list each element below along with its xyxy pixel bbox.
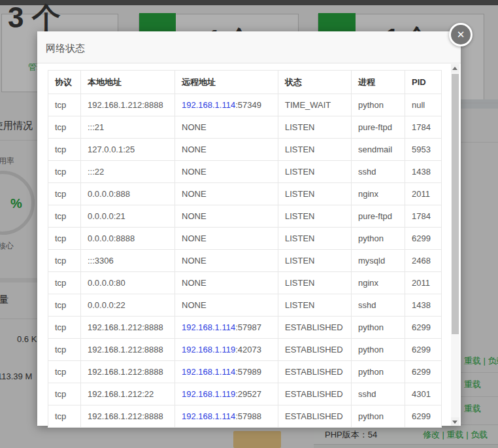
close-button[interactable]: ✕ (449, 23, 473, 46)
scroll-down-button[interactable] (451, 417, 459, 426)
modal-scrollbar[interactable] (451, 64, 459, 426)
table-row: tcp127.0.0.1:25NONELISTENsendmail5953 (48, 139, 442, 161)
scroll-up-button[interactable] (451, 64, 459, 73)
cell-state: LISTEN (278, 139, 352, 161)
table-row: tcp192.168.1.212:8888192.168.1.114:57987… (48, 317, 442, 339)
cell-local-address: 192.168.1.212:8888 (81, 94, 175, 116)
cell-pid: 2011 (405, 183, 442, 205)
column-header-4: 进程 (352, 71, 405, 94)
cell-remote-address: 192.168.1.114:57987 (175, 317, 278, 339)
remote-port: :57349 (235, 100, 261, 110)
cell-state: LISTEN (278, 183, 352, 205)
cell-pid: 1784 (405, 116, 442, 139)
cell-state: ESTABLISHED (278, 361, 352, 383)
cell-protocol: tcp (48, 94, 81, 116)
cell-remote-address: NONE (175, 250, 278, 272)
cell-remote-address: NONE (175, 183, 278, 205)
cell-process: python (352, 405, 405, 428)
table-row: tcp:::21NONELISTENpure-ftpd1784 (48, 116, 442, 139)
remote-ip-link[interactable]: 192.168.1.114 (182, 100, 235, 110)
cell-state: LISTEN (278, 272, 352, 294)
cell-protocol: tcp (48, 161, 81, 183)
table-row: tcp192.168.1.212:8888192.168.1.114:57349… (48, 94, 442, 116)
cell-pid: 6299 (405, 228, 442, 250)
cell-process: python (352, 361, 405, 383)
cell-protocol: tcp (48, 139, 81, 161)
cell-process: python (352, 228, 405, 250)
cell-state: ESTABLISHED (278, 405, 352, 428)
cell-protocol: tcp (48, 339, 81, 361)
cell-state: ESTABLISHED (278, 339, 352, 361)
cell-process: python (352, 94, 405, 116)
cell-local-address: 192.168.1.212:8888 (81, 361, 175, 383)
cell-local-address: 0.0.0.0:888 (81, 183, 175, 205)
cell-process: python (352, 339, 405, 361)
cell-pid: 1438 (405, 294, 442, 317)
cell-local-address: 0.0.0.0:21 (81, 205, 175, 228)
cell-local-address: 192.168.1.212:8888 (81, 317, 175, 339)
remote-ip-link[interactable]: 192.168.1.119 (182, 345, 235, 354)
cell-protocol: tcp (48, 317, 81, 339)
table-row: tcp0.0.0.0:888NONELISTENnginx2011 (48, 183, 442, 205)
cell-protocol: tcp (48, 205, 81, 228)
cell-state: LISTEN (278, 250, 352, 272)
table-row: tcp0.0.0.0:8888NONELISTENpython6299 (48, 228, 442, 250)
cell-pid: 6299 (405, 361, 442, 383)
network-table-head: 协议本地地址远程地址状态进程PID (48, 71, 442, 94)
column-header-0: 协议 (48, 71, 81, 94)
cell-pid: 6299 (405, 339, 442, 361)
arrow-down-icon (452, 421, 457, 424)
cell-pid: 1784 (405, 205, 442, 228)
cell-local-address: :::3306 (81, 250, 175, 272)
cell-process: sshd (352, 161, 405, 183)
cell-protocol: tcp (48, 405, 81, 428)
cell-process: sshd (352, 383, 405, 405)
table-row: tcp0.0.0.0:80NONELISTENnginx2011 (48, 272, 442, 294)
cell-protocol: tcp (48, 383, 81, 405)
table-row: tcp:::3306NONELISTENmysqld2468 (48, 250, 442, 272)
table-row: tcp:::22NONELISTENsshd1438 (48, 161, 442, 183)
cell-state: ESTABLISHED (278, 383, 352, 405)
screen: 3 个 1 个 1 个 管理 使用情况 使用率 % 核心 流量 0.6 KB 1… (0, 0, 498, 448)
scrollbar-thumb[interactable] (452, 74, 459, 334)
cell-local-address: :::21 (81, 116, 175, 139)
cell-protocol: tcp (48, 361, 81, 383)
cell-protocol: tcp (48, 116, 81, 139)
cell-pid: 6299 (405, 405, 442, 428)
cell-state: LISTEN (278, 116, 352, 139)
column-header-3: 状态 (278, 71, 352, 94)
remote-ip-link[interactable]: 192.168.1.114 (182, 411, 235, 421)
network-table: 协议本地地址远程地址状态进程PID tcp192.168.1.212:88881… (48, 70, 442, 428)
cell-pid: 4301 (405, 383, 442, 405)
cell-process: sshd (352, 294, 405, 317)
cell-state: LISTEN (278, 228, 352, 250)
modal-title: 网络状态 (37, 31, 461, 55)
cell-local-address: 0.0.0.0:22 (81, 294, 175, 317)
cell-process: sendmail (352, 139, 405, 161)
cell-process: nginx (352, 272, 405, 294)
table-row: tcp0.0.0.0:22NONELISTENsshd1438 (48, 294, 442, 317)
cell-remote-address: 192.168.1.114:57349 (175, 94, 278, 116)
cell-local-address: 0.0.0.0:80 (81, 272, 175, 294)
remote-ip-link[interactable]: 192.168.1.114 (182, 367, 235, 377)
cell-local-address: 0.0.0.0:8888 (81, 228, 175, 250)
cell-pid: 6299 (405, 317, 442, 339)
close-icon: ✕ (457, 29, 465, 41)
cell-remote-address: 192.168.1.119:29527 (175, 383, 278, 405)
remote-ip-link[interactable]: 192.168.1.114 (182, 322, 235, 332)
cell-process: pure-ftpd (352, 205, 405, 228)
cell-protocol: tcp (48, 250, 81, 272)
cell-state: LISTEN (278, 205, 352, 228)
cell-state: TIME_WAIT (278, 94, 352, 116)
cell-pid: 5953 (405, 139, 442, 161)
cell-remote-address: 192.168.1.114:57989 (175, 361, 278, 383)
arrow-up-icon (452, 67, 457, 70)
remote-port: :57987 (235, 322, 261, 332)
cell-remote-address: NONE (175, 161, 278, 183)
network-table-body: tcp192.168.1.212:8888192.168.1.114:57349… (48, 94, 442, 428)
remote-ip-link[interactable]: 192.168.1.119 (182, 389, 235, 399)
cell-process: pure-ftpd (352, 116, 405, 139)
cell-remote-address: 192.168.1.119:42073 (175, 339, 278, 361)
cell-pid: 2011 (405, 272, 442, 294)
cell-local-address: 192.168.1.212:22 (81, 383, 175, 405)
